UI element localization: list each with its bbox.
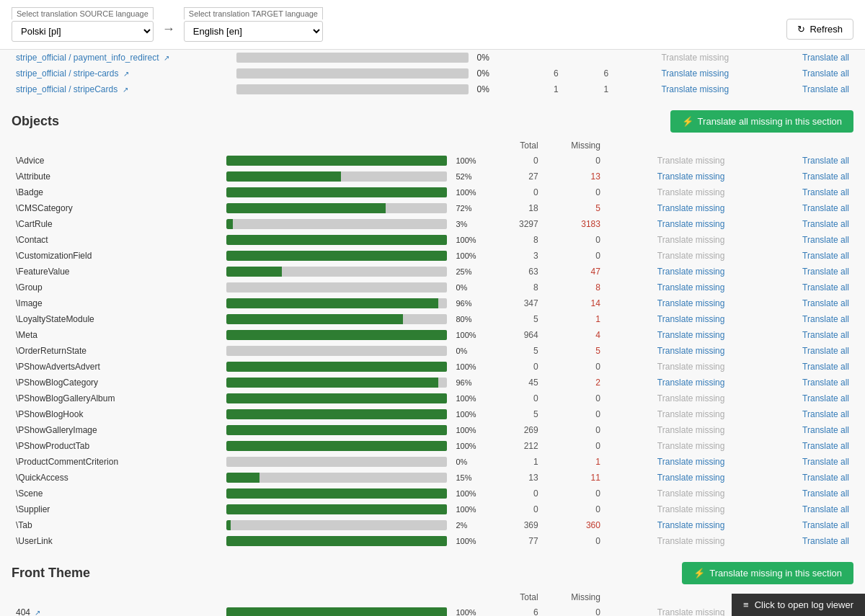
translate-all-link[interactable]: Translate all: [802, 171, 849, 182]
translate-all-link[interactable]: Translate all: [802, 362, 849, 372]
translate-all-link[interactable]: Translate all: [802, 520, 849, 530]
row-translate-missing[interactable]: Translate missing: [605, 311, 729, 327]
translate-missing-link[interactable]: Translate missing: [657, 298, 725, 308]
row-translate-all[interactable]: Translate all: [729, 375, 853, 390]
row-translate-all[interactable]: Translate all: [729, 311, 853, 327]
row-missing: 0: [543, 604, 605, 616]
translate-all-link[interactable]: Translate all: [802, 84, 849, 94]
translate-all-link[interactable]: Translate all: [802, 409, 849, 419]
translate-all-link[interactable]: Translate all: [802, 187, 849, 197]
row-translate-missing[interactable]: Translate missing: [605, 454, 729, 470]
translate-missing-link[interactable]: Translate missing: [657, 473, 725, 483]
row-translate-missing[interactable]: Translate missing: [605, 295, 729, 311]
translate-all-link[interactable]: Translate all: [802, 156, 849, 166]
stripe-link[interactable]: stripe_official / stripeCards: [16, 84, 117, 94]
row-translate-all[interactable]: Translate all: [729, 216, 853, 232]
row-translate-missing[interactable]: Translate missing: [605, 169, 729, 184]
row-translate-missing[interactable]: Translate missing: [605, 517, 729, 533]
row-translate-missing[interactable]: Translate missing: [605, 264, 729, 280]
translate-all-link[interactable]: Translate all: [802, 251, 849, 261]
refresh-button[interactable]: Refresh: [786, 19, 853, 40]
translate-all-link[interactable]: Translate all: [802, 536, 849, 546]
translate-all-link[interactable]: Translate all: [802, 203, 849, 213]
translate-all-link[interactable]: Translate all: [802, 235, 849, 245]
row-translate-all[interactable]: Translate all: [729, 264, 853, 280]
stripe-missing: 1: [563, 81, 613, 97]
stripe-action2[interactable]: Translate all: [733, 81, 853, 97]
translate-all-link[interactable]: Translate all: [802, 488, 849, 499]
translate-all-link[interactable]: Translate all: [802, 282, 849, 293]
stripe-action1[interactable]: Translate missing: [613, 66, 733, 81]
stripe-link[interactable]: stripe_official / stripe-cards: [16, 68, 119, 79]
stripe-action1[interactable]: Translate missing: [613, 81, 733, 97]
target-lang-select[interactable]: English [en]Polski [pl]Deutsch [de]Franç…: [184, 21, 323, 42]
stripe-link[interactable]: stripe_official / payment_info_redirect: [16, 53, 159, 63]
row-name: \PShowBlogGalleryAlbum: [12, 390, 222, 406]
translate-missing-link[interactable]: Translate missing: [657, 378, 725, 388]
row-translate-all[interactable]: Translate all: [729, 438, 853, 454]
translate-all-link[interactable]: Translate all: [802, 393, 849, 403]
translate-all-link[interactable]: Translate all: [802, 298, 849, 308]
translate-missing-link[interactable]: Translate missing: [657, 171, 725, 182]
row-translate-missing[interactable]: Translate missing: [605, 280, 729, 295]
translate-all-section-button[interactable]: ⚡ Translate missing in this section: [682, 562, 853, 584]
translate-all-link[interactable]: Translate all: [802, 504, 849, 514]
row-translate-missing[interactable]: Translate missing: [605, 200, 729, 216]
translate-missing-link[interactable]: Translate missing: [657, 520, 725, 530]
translate-all-link[interactable]: Translate all: [802, 346, 849, 356]
translate-missing-link[interactable]: Translate missing: [657, 282, 725, 293]
row-translate-all[interactable]: Translate all: [729, 390, 853, 406]
row-translate-all[interactable]: Translate all: [729, 169, 853, 184]
row-translate-all[interactable]: Translate all: [729, 343, 853, 359]
row-translate-all[interactable]: Translate all: [729, 184, 853, 200]
translate-missing-link[interactable]: Translate missing: [657, 457, 725, 467]
translate-all-link[interactable]: Translate all: [802, 425, 849, 435]
translate-all-link[interactable]: Translate all: [802, 68, 849, 79]
row-translate-missing[interactable]: Translate missing: [605, 327, 729, 343]
translate-missing-link[interactable]: Translate missing: [657, 314, 725, 324]
row-translate-all[interactable]: Translate all: [729, 422, 853, 438]
row-translate-all[interactable]: Translate all: [729, 533, 853, 549]
row-translate-all[interactable]: Translate all: [729, 517, 853, 533]
row-translate-all[interactable]: Translate all: [729, 295, 853, 311]
row-translate-all[interactable]: Translate all: [729, 280, 853, 295]
translate-all-link[interactable]: Translate all: [802, 267, 849, 277]
row-translate-missing[interactable]: Translate missing: [605, 375, 729, 390]
row-translate-all[interactable]: Translate all: [729, 501, 853, 517]
row-translate-missing[interactable]: Translate missing: [605, 343, 729, 359]
stripe-action2[interactable]: Translate all: [733, 66, 853, 81]
translate-missing-link[interactable]: Translate missing: [657, 346, 725, 356]
translate-all-link[interactable]: Translate all: [802, 219, 849, 229]
source-lang-label: Select translation SOURCE language: [12, 7, 154, 19]
row-translate-missing[interactable]: Translate missing: [605, 216, 729, 232]
translate-missing-link[interactable]: Translate missing: [661, 68, 729, 79]
row-translate-all[interactable]: Translate all: [729, 232, 853, 248]
row-translate-all[interactable]: Translate all: [729, 359, 853, 375]
translate-all-link[interactable]: Translate all: [802, 473, 849, 483]
row-translate-all[interactable]: Translate all: [729, 200, 853, 216]
translate-all-link[interactable]: Translate all: [802, 457, 849, 467]
row-translate-all[interactable]: Translate all: [729, 454, 853, 470]
row-translate-all[interactable]: Translate all: [729, 470, 853, 486]
row-translate-all[interactable]: Translate all: [729, 406, 853, 422]
translate-missing-link[interactable]: Translate missing: [657, 203, 725, 213]
log-viewer-toast[interactable]: ≡ Click to open log viewer: [732, 594, 865, 616]
table-row: \CartRule 3% 3297 3183 Translate missing…: [12, 216, 853, 232]
row-translate-all[interactable]: Translate all: [729, 248, 853, 264]
row-translate-all[interactable]: Translate all: [729, 327, 853, 343]
translate-missing-link[interactable]: Translate missing: [661, 84, 729, 94]
translate-all-link[interactable]: Translate all: [802, 330, 849, 340]
stripe-action2[interactable]: Translate all: [733, 50, 853, 66]
row-translate-missing[interactable]: Translate missing: [605, 470, 729, 486]
translate-all-link[interactable]: Translate all: [802, 378, 849, 388]
translate-all-link[interactable]: Translate all: [802, 441, 849, 451]
translate-missing-link[interactable]: Translate missing: [657, 219, 725, 229]
translate-all-section-button[interactable]: ⚡ Translate all missing in this section: [670, 110, 853, 133]
translate-all-link[interactable]: Translate all: [802, 53, 849, 63]
row-translate-all[interactable]: Translate all: [729, 153, 853, 169]
source-lang-select[interactable]: Polski [pl]English [en]Deutsch [de]Franç…: [12, 21, 154, 42]
translate-missing-link[interactable]: Translate missing: [657, 267, 725, 277]
translate-missing-link[interactable]: Translate missing: [657, 330, 725, 340]
row-translate-all[interactable]: Translate all: [729, 486, 853, 501]
translate-all-link[interactable]: Translate all: [802, 314, 849, 324]
